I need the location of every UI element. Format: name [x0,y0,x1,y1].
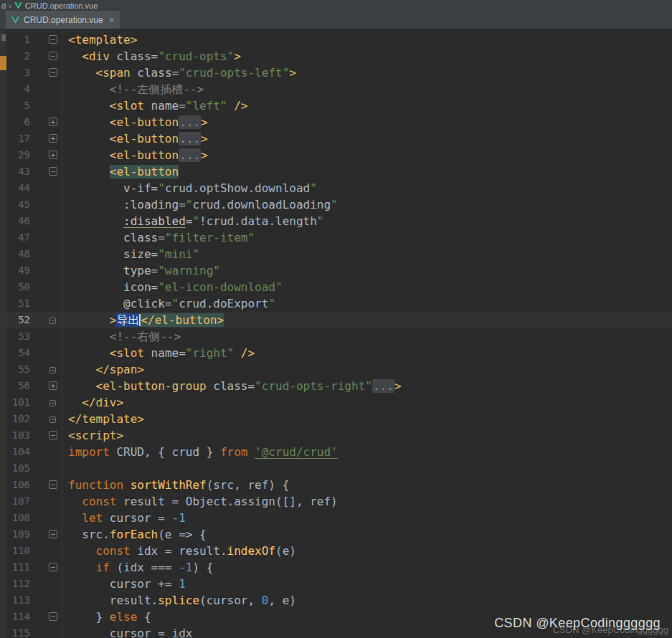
breadcrumb-item-folder[interactable]: d [1,1,6,10]
code-text: </div> [62,394,123,411]
code-text: class="filter-item" [62,229,255,246]
code-text: type="warning" [62,262,220,279]
code-line[interactable]: 115 cursor = idx [0,625,672,638]
code-line[interactable]: 113 result.splice(cursor, 0, e) [0,592,672,609]
gutter-fold-column [30,229,62,246]
code-line[interactable]: 112 cursor += 1 [0,576,672,592]
code-line[interactable]: 2− <div class="crud-opts"> [0,48,672,65]
tab-crud-operation-vue[interactable]: CRUD.operation.vue × [6,11,120,29]
code-line[interactable]: 110 const idx = result.indexOf(e) [0,543,672,559]
gutter-fold-column: − [30,394,62,411]
code-line[interactable]: 106−function sortWithRef(src, ref) { [0,477,672,493]
breadcrumb-separator-icon: › [9,1,11,10]
gutter-fold-column: − [30,32,62,48]
code-line[interactable]: 47 class="filter-item" [0,229,672,246]
code-text: @click="crud.doExport" [62,295,275,312]
code-line[interactable]: 54 <slot name="right" /> [0,345,672,361]
code-line[interactable]: 105 [0,460,672,477]
code-line[interactable]: 104import CRUD, { crud } from '@crud/cru… [0,444,672,460]
code-line[interactable]: 5 <slot name="left" /> [0,97,672,114]
fold-marker-plus-icon[interactable]: + [49,118,57,126]
code-line[interactable]: 114− } else { [0,609,672,625]
gutter-fold-column: − [30,427,62,444]
code-text: <!--右侧--> [62,328,181,345]
gutter-fold-column [30,246,62,262]
fold-marker-minus-icon[interactable]: − [49,52,57,60]
fold-marker-minus-icon[interactable]: − [49,563,57,571]
code-line[interactable]: 108 let cursor = -1 [0,510,672,526]
gutter-fold-column [30,510,62,526]
code-line[interactable]: 103−<script> [0,427,672,444]
code-line[interactable]: 109− src.forEach(e => { [0,526,672,543]
panel-edge-glyph [1,34,6,41]
fold-marker-end-icon[interactable]: − [49,318,56,324]
gutter-fold-column [30,196,62,213]
code-line[interactable]: 53 <!--右侧--> [0,328,672,345]
code-line[interactable]: 49 type="warning" [0,262,672,279]
code-line[interactable]: 3− <span class="crud-opts-left"> [0,65,672,81]
gutter-fold-column: − [30,526,62,543]
code-text: <el-button...> [62,130,208,147]
gutter-fold-column [30,295,62,312]
fold-marker-plus-icon[interactable]: + [49,134,57,143]
breadcrumb-item-file[interactable]: CRUD.operation.vue [25,1,98,10]
code-text: src.forEach(e => { [62,526,207,543]
code-text: v-if="crud.optShow.download" [62,180,317,196]
gutter-fold-column [30,345,62,361]
gutter-fold-column [30,97,62,114]
code-text: <el-button [62,163,179,180]
code-text: <slot name="right" /> [62,345,255,361]
fold-marker-plus-icon[interactable]: + [49,381,57,390]
fold-marker-end-icon[interactable]: − [49,400,56,406]
code-text: <!--左侧插槽--> [62,81,204,97]
code-line[interactable]: 50 icon="el-icon-download" [0,279,672,295]
code-text: </template> [62,411,144,427]
code-text: const result = Object.assign([], ref) [62,493,338,510]
fold-marker-minus-icon[interactable]: − [49,35,57,44]
code-line[interactable]: 1−<template> [0,32,672,48]
fold-marker-minus-icon[interactable]: − [49,431,57,439]
fold-marker-plus-icon[interactable]: + [49,151,57,159]
code-line[interactable]: 55− </span> [0,361,672,378]
tab-close-icon[interactable]: × [109,15,115,24]
gutter-fold-column [30,592,62,609]
gutter-fold-column: − [30,559,62,576]
fold-marker-minus-icon[interactable]: − [49,167,57,176]
fold-marker-end-icon[interactable]: − [49,367,56,373]
code-line[interactable]: 56+ <el-button-group class="crud-opts-ri… [0,378,672,394]
code-line[interactable]: 101− </div> [0,394,672,411]
vue-icon [14,2,22,9]
code-line[interactable]: 51 @click="crud.doExport" [0,295,672,312]
code-line[interactable]: 17+ <el-button...> [0,130,672,147]
code-text: cursor += 1 [62,576,186,592]
code-line[interactable]: 45 :loading="crud.downloadLoading" [0,196,672,213]
gutter-fold-column [30,460,62,477]
code-line[interactable]: 111− if (idx === -1) { [0,559,672,576]
code-line[interactable]: 44 v-if="crud.optShow.download" [0,180,672,196]
code-line[interactable]: 6+ <el-button...> [0,114,672,130]
fold-marker-minus-icon[interactable]: − [49,530,57,538]
code-line[interactable]: 46 :disabled="!crud.data.length" [0,213,672,229]
code-text: <slot name="left" /> [62,97,247,114]
code-line[interactable]: 52− >导出</el-button> [0,312,672,328]
fold-marker-end-icon[interactable]: − [49,416,56,423]
code-line[interactable]: 29+ <el-button...> [0,147,672,163]
code-line[interactable]: 43− <el-button [0,163,672,180]
fold-marker-minus-icon[interactable]: − [49,612,57,621]
gutter-fold-column: − [30,163,62,180]
code-text: <el-button-group class="crud-opts-right"… [62,378,401,394]
gutter-fold-column [30,493,62,510]
code-text: icon="el-icon-download" [62,279,283,295]
fold-marker-minus-icon[interactable]: − [49,68,57,77]
code-line[interactable]: 107 const result = Object.assign([], ref… [0,493,672,510]
gutter-fold-column: + [30,147,62,163]
gutter-fold-column [30,576,62,592]
code-line[interactable]: 102−</template> [0,411,672,427]
code-text: const idx = result.indexOf(e) [62,543,296,559]
code-text: :disabled="!crud.data.length" [62,213,323,229]
code-line[interactable]: 48 size="mini" [0,246,672,262]
code-text: </span> [62,361,144,378]
code-editor[interactable]: 1−<template>2− <div class="crud-opts">3−… [0,29,672,638]
fold-marker-minus-icon[interactable]: − [49,480,57,489]
code-line[interactable]: 4 <!--左侧插槽--> [0,81,672,97]
